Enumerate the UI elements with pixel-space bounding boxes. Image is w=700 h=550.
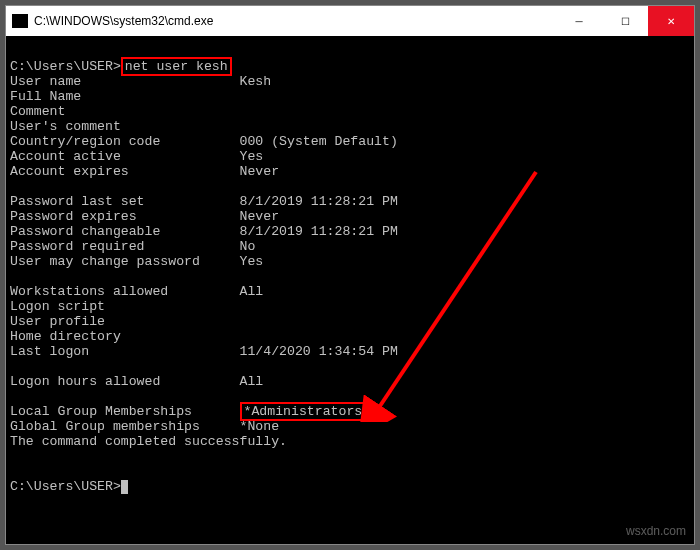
close-button[interactable]: ✕ [648,6,694,36]
cmd-icon [12,14,28,28]
window-title: C:\WINDOWS\system32\cmd.exe [34,14,213,28]
minimize-button[interactable]: ─ [556,6,602,36]
row-users-comment: User's comment [10,119,121,134]
maximize-button[interactable]: ☐ [602,6,648,36]
watermark: wsxdn.com [626,524,686,538]
row-pw-required: Password required No [10,239,255,254]
row-user-name: User name Kesh [10,74,271,89]
prompt-path: C:\Users\USER> [10,59,121,74]
row-pw-expires: Password expires Never [10,209,279,224]
cmd-window: C:\WINDOWS\system32\cmd.exe ─ ☐ ✕ C:\Use… [5,5,695,545]
row-comment: Comment [10,104,65,119]
row-country: Country/region code 000 (System Default) [10,134,398,149]
row-user-profile: User profile [10,314,105,329]
row-completion: The command completed successfully. [10,434,287,449]
row-user-may-change: User may change password Yes [10,254,263,269]
row-logon-script: Logon script [10,299,105,314]
row-account-expires: Account expires Never [10,164,279,179]
row-last-logon: Last logon 11/4/2020 1:34:54 PM [10,344,398,359]
cursor [121,480,128,494]
row-home-dir: Home directory [10,329,121,344]
row-full-name: Full Name [10,89,81,104]
window-controls: ─ ☐ ✕ [556,6,694,36]
row-logon-hours: Logon hours allowed All [10,374,263,389]
prompt-2: C:\Users\USER> [10,479,121,494]
title-bar[interactable]: C:\WINDOWS\system32\cmd.exe ─ ☐ ✕ [6,6,694,36]
row-account-active: Account active Yes [10,149,263,164]
row-pw-changeable: Password changeable 8/1/2019 11:28:21 PM [10,224,398,239]
row-workstations: Workstations allowed All [10,284,263,299]
title-left: C:\WINDOWS\system32\cmd.exe [6,14,213,28]
terminal-output[interactable]: C:\Users\USER>net user kesh User name Ke… [6,36,694,517]
row-pw-last-set: Password last set 8/1/2019 11:28:21 PM [10,194,398,209]
row-global-group: Global Group memberships *None [10,419,279,434]
